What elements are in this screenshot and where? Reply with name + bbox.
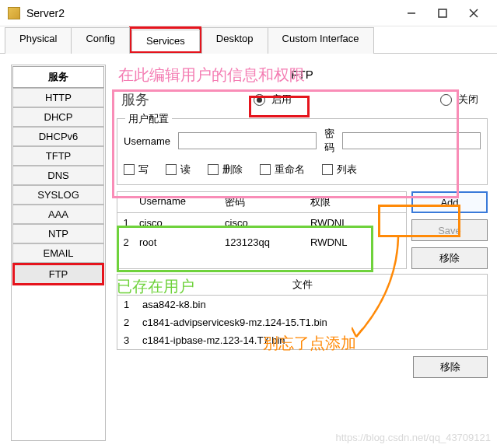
main-panel: FTP 服务 启用 关闭 用户配置 Username 密码 写 读 <box>110 65 494 441</box>
perm-rename[interactable]: 重命名 <box>260 163 305 177</box>
panel-title: FTP <box>110 65 494 84</box>
password-input[interactable] <box>342 132 481 149</box>
titlebar: Server2 <box>0 0 497 26</box>
files-box: 文件 1asa842-k8.bin 2c1841-advipservicesk9… <box>117 274 488 350</box>
sidebar-item-http[interactable]: HTTP <box>12 88 104 107</box>
th-perm: 权限 <box>306 192 406 212</box>
user-config-legend: 用户配置 <box>125 112 172 126</box>
sidebar-item-dns[interactable]: DNS <box>12 166 104 185</box>
sidebar-item-dhcpv6[interactable]: DHCPv6 <box>12 127 104 146</box>
tab-desktop[interactable]: Desktop <box>201 27 268 54</box>
files-header: 文件 <box>117 275 487 296</box>
radio-off-icon <box>440 94 452 106</box>
sidebar-item-email[interactable]: EMAIL <box>12 243 104 263</box>
radio-disable[interactable]: 关闭 <box>440 93 478 107</box>
table-row[interactable]: 1 cisco cisco RWDNL <box>117 213 406 233</box>
password-label: 密码 <box>324 127 334 155</box>
user-config-fieldset: 用户配置 Username 密码 写 读 删除 重命名 列表 <box>117 118 488 185</box>
service-label: 服务 <box>121 90 168 109</box>
sidebar-item-syslog[interactable]: SYSLOG <box>12 185 104 205</box>
maximize-button[interactable] <box>427 2 458 25</box>
username-input[interactable] <box>178 132 317 149</box>
perm-read[interactable]: 读 <box>166 163 191 177</box>
tab-config[interactable]: Config <box>71 27 130 54</box>
checkbox-icon <box>260 164 271 175</box>
sidebar-header: 服务 <box>12 66 104 88</box>
remove-user-button[interactable]: 移除 <box>411 247 488 269</box>
tab-services-highlight: Services <box>129 26 201 53</box>
th-password: 密码 <box>220 192 306 212</box>
radio-enable[interactable]: 启用 <box>254 93 292 107</box>
perm-list[interactable]: 列表 <box>322 163 357 177</box>
user-table: Username 密码 权限 1 cisco cisco RWDNL 2 roo… <box>117 191 407 269</box>
remove-file-button[interactable]: 移除 <box>413 356 488 378</box>
tabs: Physical Config Services Desktop Custom … <box>0 26 497 54</box>
sidebar-item-aaa[interactable]: AAA <box>12 205 104 224</box>
table-row[interactable]: 2 root 123123qq RWDNL <box>117 233 406 252</box>
server-icon <box>8 7 20 19</box>
perm-delete[interactable]: 删除 <box>208 163 243 177</box>
checkbox-icon <box>322 164 333 175</box>
tab-services[interactable]: Services <box>131 30 200 51</box>
checkbox-icon <box>208 164 219 175</box>
minimize-button[interactable] <box>396 2 427 25</box>
file-row[interactable]: 1asa842-k8.bin <box>117 296 487 313</box>
sidebar-item-dhcp[interactable]: DHCP <box>12 107 104 127</box>
username-label: Username <box>124 135 170 147</box>
sidebar-item-tftp[interactable]: TFTP <box>12 146 104 166</box>
file-row[interactable]: 3c1841-ipbase-mz.123-14.T7.bin <box>117 331 487 349</box>
perm-write[interactable]: 写 <box>124 163 149 177</box>
window-title: Server2 <box>26 7 396 19</box>
file-row[interactable]: 2c1841-advipservicesk9-mz.124-15.T1.bin <box>117 313 487 331</box>
checkbox-icon <box>166 164 177 175</box>
sidebar-item-ntp[interactable]: NTP <box>12 224 104 243</box>
sidebar: 服务 HTTP DHCP DHCPv6 TFTP DNS SYSLOG AAA … <box>11 65 106 441</box>
svg-rect-1 <box>439 9 446 17</box>
checkbox-icon <box>124 164 135 175</box>
th-username: Username <box>135 192 220 212</box>
service-toggle-row: 服务 启用 关闭 <box>110 84 494 115</box>
tab-physical[interactable]: Physical <box>5 27 72 54</box>
tab-custom-interface[interactable]: Custom Interface <box>268 27 374 54</box>
close-button[interactable] <box>458 2 489 25</box>
add-button[interactable]: Add <box>411 191 488 213</box>
radio-on-icon <box>254 94 265 106</box>
sidebar-item-ftp[interactable]: FTP <box>12 263 104 285</box>
save-button[interactable]: Save <box>411 219 488 241</box>
